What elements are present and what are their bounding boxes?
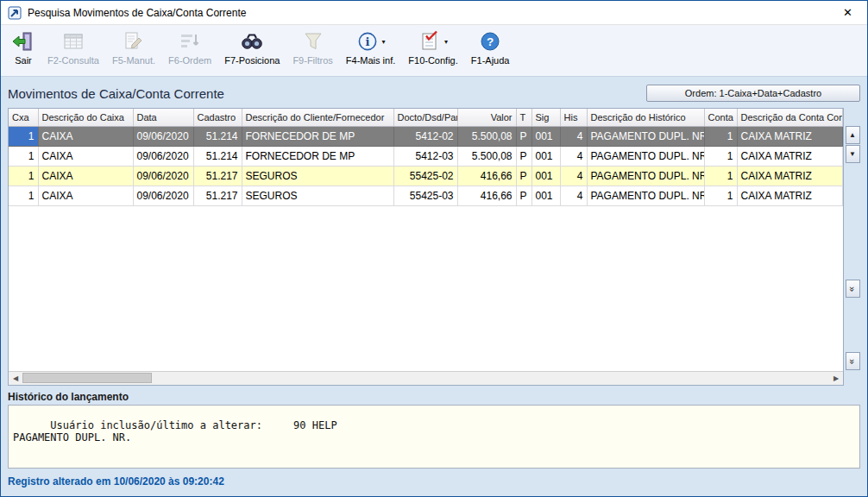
grid-cell[interactable]: CAIXA MATRIZ	[737, 186, 843, 205]
historico-label: Histórico do lançamento	[8, 391, 860, 403]
column-header[interactable]: His	[560, 109, 587, 126]
grid-cell[interactable]: CAIXA MATRIZ	[737, 166, 843, 186]
grid-cell[interactable]: 51.214	[193, 126, 242, 146]
scroll-page-down-button[interactable]: »	[846, 280, 860, 298]
column-header[interactable]: Descrição do Caixa	[38, 109, 133, 126]
grid-cell[interactable]: 5.500,08	[457, 126, 516, 146]
grid-cell[interactable]: P	[516, 186, 531, 205]
grid-cell[interactable]: SEGUROS	[242, 186, 393, 205]
close-button[interactable]: ✕	[828, 1, 867, 25]
grid-cell[interactable]: 1	[704, 186, 737, 205]
grid-cell[interactable]: 001	[531, 166, 560, 186]
grid-cell[interactable]: PAGAMENTO DUPL. NR.	[587, 186, 704, 205]
dropdown-arrow-icon[interactable]: ▾	[382, 38, 386, 46]
grid-cell[interactable]: PAGAMENTO DUPL. NR.	[587, 146, 704, 166]
grid: CxaDescrição do CaixaDataCadastroDescriç…	[8, 108, 844, 386]
horizontal-scroll-thumb[interactable]	[22, 373, 152, 383]
grid-cell[interactable]: 51.214	[193, 146, 242, 166]
grid-cell[interactable]: 51.217	[193, 186, 242, 205]
toolbar-button-f1-ajuda[interactable]: ?F1-Ajuda	[465, 27, 516, 67]
column-header[interactable]: Cadastro	[193, 109, 242, 126]
grid-cell[interactable]: 1	[704, 166, 737, 186]
grid-cell[interactable]: 5412-02	[393, 126, 457, 146]
grid-cell[interactable]: 1	[9, 126, 38, 146]
grid-cell[interactable]: 55425-02	[393, 166, 457, 186]
order-button[interactable]: Ordem: 1-Caixa+Data+Cadastro	[646, 85, 860, 102]
grid-cell[interactable]: 1	[9, 146, 38, 166]
grid-row[interactable]: 1CAIXA09/06/202051.214FORNECEDOR DE MP54…	[9, 126, 843, 146]
grid-cell[interactable]: 5412-03	[393, 146, 457, 166]
grid-cell[interactable]: CAIXA MATRIZ	[737, 126, 843, 146]
grid-cell[interactable]: 09/06/2020	[133, 166, 193, 186]
column-header[interactable]: Sig	[531, 109, 560, 126]
grid-cell[interactable]: 4	[560, 186, 587, 205]
grid-cell[interactable]: SEGUROS	[242, 166, 393, 186]
grid-cell[interactable]: 09/06/2020	[133, 146, 193, 166]
grid-cell[interactable]: 4	[560, 146, 587, 166]
grid-cell[interactable]: 1	[704, 126, 737, 146]
page-title: Movimentos de Caixa/Conta Corrente	[8, 86, 224, 101]
grid-cell[interactable]: CAIXA MATRIZ	[737, 146, 843, 166]
grid-cell[interactable]: 416,66	[457, 186, 516, 205]
column-header[interactable]: Descrição da Conta Con	[737, 109, 843, 126]
grid-row[interactable]: 1CAIXA09/06/202051.214FORNECEDOR DE MP54…	[9, 146, 843, 166]
historico-text: Usuário inclusão/último a alterar: 90 HE…	[13, 419, 337, 444]
grid-row[interactable]: 1CAIXA09/06/202051.217SEGUROS55425-03416…	[9, 186, 843, 205]
horizontal-scrollbar[interactable]: ◀ ▶	[9, 371, 843, 385]
horizontal-scroll-track[interactable]	[22, 372, 829, 385]
toolbar-button-f7-posiciona[interactable]: F7-Posiciona	[218, 27, 286, 67]
column-header[interactable]: Conta	[704, 109, 737, 126]
grid-cell[interactable]: 09/06/2020	[133, 186, 193, 205]
column-header[interactable]: Docto/Dsd/Par	[393, 109, 457, 126]
scroll-down-button[interactable]: ▼	[846, 145, 860, 163]
scroll-left-icon[interactable]: ◀	[9, 372, 22, 385]
column-header[interactable]: Data	[133, 109, 193, 126]
grid-cell[interactable]: 001	[531, 126, 560, 146]
scroll-up-button[interactable]: ▲	[846, 126, 860, 144]
grid-wrap: CxaDescrição do CaixaDataCadastroDescriç…	[8, 108, 860, 386]
toolbar-button-label: Sair	[15, 55, 32, 66]
grid-cell[interactable]: CAIXA	[38, 146, 133, 166]
grid-cell[interactable]: 5.500,08	[457, 146, 516, 166]
grid-cell[interactable]: 55425-03	[393, 186, 457, 205]
column-header[interactable]: Valor	[457, 109, 516, 126]
grid-cell[interactable]: FORNECEDOR DE MP	[242, 126, 393, 146]
grid-cell[interactable]: 001	[531, 186, 560, 205]
toolbar-button-f2-consulta: F2-Consulta	[41, 27, 105, 67]
dropdown-arrow-icon[interactable]: ▾	[444, 38, 448, 46]
grid-cell[interactable]: P	[516, 166, 531, 186]
grid-cell[interactable]: CAIXA	[38, 186, 133, 205]
grid-cell[interactable]: CAIXA	[38, 166, 133, 186]
toolbar-button-sair[interactable]: Sair	[6, 27, 41, 67]
toolbar-button-f10-config[interactable]: ▾F10-Config.	[402, 27, 463, 67]
scroll-end-button[interactable]: »	[846, 352, 860, 370]
column-header[interactable]: Cxa	[9, 109, 38, 126]
grid-cell[interactable]: PAGAMENTO DUPL. NR.	[587, 166, 704, 186]
grid-cell[interactable]: 4	[560, 166, 587, 186]
toolbar-button-f4-mais-inf[interactable]: i▾F4-Mais inf.	[340, 27, 401, 67]
grid-cell[interactable]: CAIXA	[38, 126, 133, 146]
grid-cell[interactable]: 09/06/2020	[133, 126, 193, 146]
grid-cell[interactable]: 4	[560, 126, 587, 146]
column-header[interactable]: Descrição do Cliente/Fornecedor	[242, 109, 393, 126]
grid-cell[interactable]: P	[516, 126, 531, 146]
grid-cell[interactable]: 1	[9, 166, 38, 186]
toolbar-button-f5-manut: F5-Manut.	[106, 27, 161, 67]
column-header[interactable]: T	[516, 109, 531, 126]
grid-cell[interactable]: P	[516, 146, 531, 166]
scroll-right-icon[interactable]: ▶	[829, 372, 843, 385]
grid-cell[interactable]: PAGAMENTO DUPL. NR.	[587, 126, 704, 146]
grid-cell[interactable]: 416,66	[457, 166, 516, 186]
grid-cell[interactable]: 51.217	[193, 166, 242, 186]
column-header[interactable]: Descrição do Histórico	[587, 109, 704, 126]
grid-empty-area	[9, 206, 843, 372]
grid-cell[interactable]: FORNECEDOR DE MP	[242, 146, 393, 166]
toolbar-button-label: F2-Consulta	[47, 55, 99, 66]
grid-cell[interactable]: 1	[9, 186, 38, 205]
grid-table: CxaDescrição do CaixaDataCadastroDescriç…	[9, 109, 843, 206]
grid-cell[interactable]: 001	[531, 146, 560, 166]
exit-icon	[12, 30, 35, 53]
svg-text:?: ?	[487, 35, 494, 48]
grid-row[interactable]: 1CAIXA09/06/202051.217SEGUROS55425-02416…	[9, 166, 843, 186]
grid-cell[interactable]: 1	[704, 146, 737, 166]
